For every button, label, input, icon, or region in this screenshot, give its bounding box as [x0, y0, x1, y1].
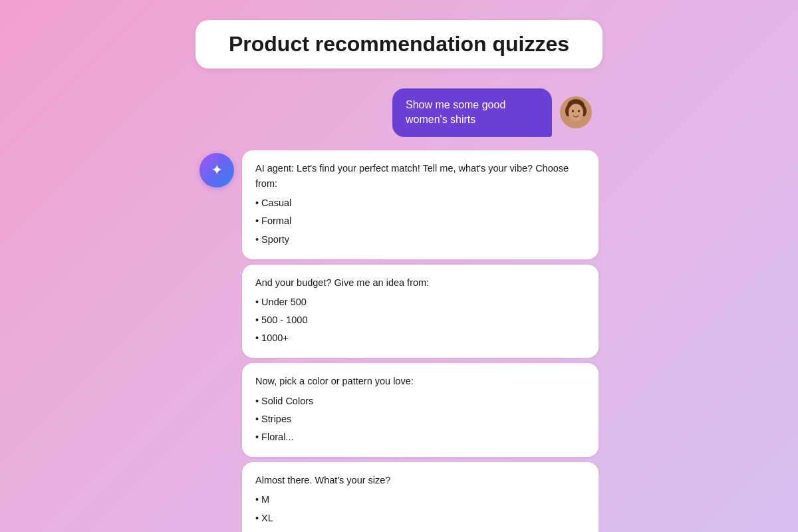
title-bar: Product recommendation quizzes [196, 20, 602, 68]
avatar [560, 96, 592, 128]
svg-point-6 [578, 110, 580, 113]
list-item: XL [255, 509, 585, 527]
ai-section: ✦ AI agent: Let's find your perfect matc… [200, 150, 598, 532]
ai-bubble-size-list: M XL XXL [255, 491, 585, 532]
ai-bubble-vibe-text: AI agent: Let's find your perfect match!… [255, 161, 585, 192]
list-item: Solid Colors [255, 392, 585, 410]
user-message-row: Show me some good women's shirts [200, 88, 598, 137]
ai-messages: AI agent: Let's find your perfect match!… [242, 150, 598, 532]
page-title: Product recommendation quizzes [229, 32, 569, 57]
list-item: XXL [255, 527, 585, 532]
ai-bubble-color-text: Now, pick a color or pattern you love: [255, 374, 585, 389]
ai-bubble-budget-list: Under 500 500 - 1000 1000+ [255, 293, 585, 348]
list-item: Floral... [255, 428, 585, 446]
list-item: Under 500 [255, 293, 585, 311]
ai-bubble-size: Almost there. What's your size? M XL XXL [242, 462, 598, 532]
list-item: Formal [255, 212, 585, 230]
sparkle-icon: ✦ [211, 162, 223, 179]
ai-avatar: ✦ [200, 153, 234, 188]
ai-bubble-budget-text: And your budget? Give me an idea from: [255, 275, 585, 291]
list-item: Sporty [255, 231, 585, 249]
chat-area: Show me some good women's shirts ✦ [200, 88, 598, 532]
ai-bubble-size-text: Almost there. What's your size? [255, 473, 585, 488]
list-item: 1000+ [255, 329, 585, 347]
svg-point-5 [572, 110, 574, 113]
svg-point-4 [569, 104, 583, 121]
ai-bubble-vibe: AI agent: Let's find your perfect match!… [242, 150, 598, 259]
ai-bubble-budget: And your budget? Give me an idea from: U… [242, 265, 598, 358]
ai-bubble-vibe-list: Casual Formal Sporty [255, 194, 585, 249]
ai-bubble-color-list: Solid Colors Stripes Floral... [255, 392, 585, 447]
ai-bubble-color: Now, pick a color or pattern you love: S… [242, 363, 598, 457]
list-item: 500 - 1000 [255, 311, 585, 329]
list-item: Casual [255, 194, 585, 212]
list-item: Stripes [255, 410, 585, 428]
user-bubble: Show me some good women's shirts [392, 88, 552, 137]
list-item: M [255, 491, 585, 509]
